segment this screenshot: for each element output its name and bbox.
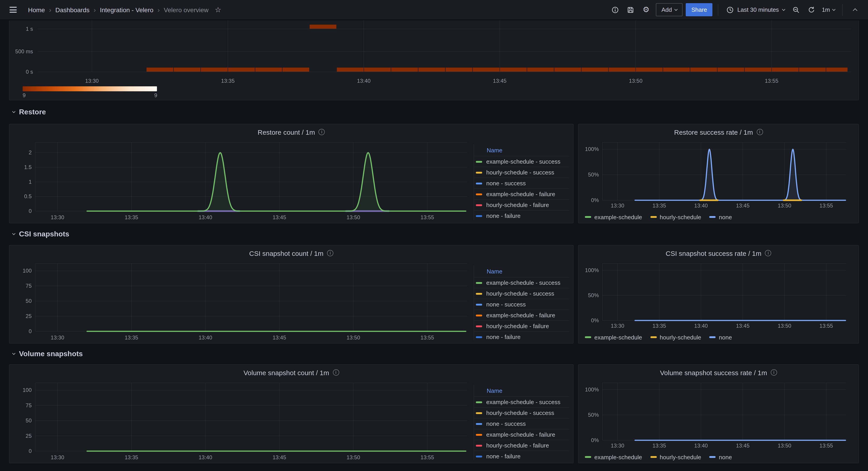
svg-text:13:35: 13:35 <box>125 335 138 341</box>
legend-item[interactable]: hourly-schedule <box>650 334 701 341</box>
svg-text:13:50: 13:50 <box>778 323 791 329</box>
legend-row[interactable]: none - failure <box>474 331 569 342</box>
section-header-restore[interactable]: Restore <box>9 100 859 124</box>
legend-header-name[interactable]: Name <box>474 144 569 156</box>
legend-row[interactable]: example-schedule - failure <box>474 189 569 199</box>
legend-row[interactable]: example-schedule - failure <box>474 310 569 321</box>
volume-rate-chart[interactable]: 13:3013:3513:4013:4513:5013:550%50%100% <box>579 380 859 451</box>
legend-item[interactable]: example-schedule <box>585 213 642 221</box>
legend-row[interactable]: hourly-schedule - success <box>474 167 569 178</box>
hamburger-icon <box>9 7 17 13</box>
section-header-csi-snapshots[interactable]: CSI snapshots <box>9 223 859 245</box>
series-pill <box>710 456 716 458</box>
panel-title[interactable]: CSI snapshot count / 1m <box>249 249 323 257</box>
legend-item[interactable]: none <box>710 453 732 460</box>
breadcrumb: Home › Dashboards › Integration - Velero… <box>28 6 209 13</box>
svg-text:13:55: 13:55 <box>819 202 833 209</box>
legend-row[interactable]: hourly-schedule - failure <box>474 440 569 451</box>
legend-row[interactable]: hourly-schedule - success <box>474 407 569 418</box>
legend-row[interactable]: example-schedule - success <box>474 396 569 407</box>
heatmap-scale-min: 9 <box>23 92 26 99</box>
star-icon: ☆ <box>215 5 221 14</box>
volume-count-chart[interactable]: 13:3013:3513:4013:4513:5013:550255075100 <box>9 380 473 463</box>
legend-item[interactable]: none <box>710 213 732 221</box>
svg-text:13:55: 13:55 <box>421 214 434 221</box>
legend-row[interactable]: none - success <box>474 418 569 429</box>
legend-item[interactable]: example-schedule <box>585 334 642 341</box>
legend-row[interactable]: none - success <box>474 178 569 189</box>
section-header-volume-snapshots[interactable]: Volume snapshots <box>9 343 859 364</box>
restore-rate-chart[interactable]: 13:3013:3513:4013:4513:5013:550%50%100% <box>579 140 859 211</box>
series-pill <box>476 456 482 457</box>
svg-text:25: 25 <box>26 313 32 319</box>
info-icon[interactable]: i <box>771 369 777 376</box>
add-button[interactable]: Add <box>656 3 683 16</box>
legend-row[interactable]: example-schedule - failure <box>474 429 569 440</box>
panel-title[interactable]: Restore count / 1m <box>257 128 315 136</box>
panel-title[interactable]: Restore success rate / 1m <box>674 128 753 136</box>
panel-title[interactable]: CSI snapshot success rate / 1m <box>665 249 762 257</box>
info-icon[interactable]: i <box>756 129 763 135</box>
legend-row[interactable]: none - failure <box>474 210 569 221</box>
legend-row[interactable]: hourly-schedule - failure <box>474 321 569 331</box>
legend-row[interactable]: example-schedule - success <box>474 156 569 167</box>
info-icon[interactable]: i <box>327 250 333 256</box>
svg-text:1: 1 <box>29 179 32 185</box>
legend-header-name[interactable]: Name <box>474 385 569 396</box>
legend-row[interactable]: hourly-schedule - success <box>474 288 569 299</box>
legend-header-name[interactable]: Name <box>474 265 569 277</box>
menu-toggle-button[interactable] <box>6 3 20 16</box>
svg-text:13:45: 13:45 <box>736 323 749 329</box>
csi-rate-chart[interactable]: 13:3013:3513:4013:4513:5013:550%50%100% <box>579 261 859 331</box>
panel-title[interactable]: Volume snapshot success rate / 1m <box>660 369 767 376</box>
series-pill <box>585 456 591 458</box>
legend: example-schedule hourly-schedule none <box>579 211 859 223</box>
svg-text:0: 0 <box>29 448 32 454</box>
breadcrumb-folder[interactable]: Integration - Velero <box>100 6 154 13</box>
legend-item[interactable]: none <box>710 334 732 341</box>
legend-row[interactable]: example-schedule - success <box>474 277 569 288</box>
collapse-nav-button[interactable] <box>848 3 862 16</box>
legend-item[interactable]: hourly-schedule <box>650 213 701 221</box>
heatmap-gradient <box>23 86 157 91</box>
svg-text:13:35: 13:35 <box>652 202 666 209</box>
dashboard-canvas: 13:3013:3513:4013:4513:5013:551 s500 ms0… <box>0 20 868 463</box>
svg-text:13:30: 13:30 <box>611 202 624 209</box>
legend-item[interactable]: example-schedule <box>585 453 642 460</box>
time-range-picker[interactable]: Last 30 minutes <box>724 3 787 16</box>
chevron-up-icon <box>852 8 857 13</box>
zoom-out-button[interactable] <box>789 3 803 16</box>
svg-text:13:50: 13:50 <box>778 442 791 449</box>
dashboard-info-button[interactable] <box>609 3 622 16</box>
svg-text:13:55: 13:55 <box>765 78 778 84</box>
add-button-label: Add <box>661 6 672 13</box>
info-icon[interactable]: i <box>319 129 325 135</box>
series-pill <box>476 444 482 446</box>
breadcrumb-home[interactable]: Home <box>28 6 45 13</box>
svg-text:13:40: 13:40 <box>198 335 212 341</box>
info-icon[interactable]: i <box>333 369 339 376</box>
panel-title[interactable]: Volume snapshot count / 1m <box>244 369 329 376</box>
legend: example-schedule hourly-schedule none <box>579 451 859 463</box>
panel-restore-success-rate: Restore success rate / 1m i 13:3013:3513… <box>578 124 859 223</box>
legend-row[interactable]: hourly-schedule - failure <box>474 199 569 210</box>
favorite-button[interactable]: ☆ <box>209 3 222 16</box>
refresh-button[interactable] <box>805 3 818 16</box>
chevron-down-icon <box>675 7 678 11</box>
breadcrumb-dashboards[interactable]: Dashboards <box>55 6 90 13</box>
restore-count-chart[interactable]: 13:3013:3513:4013:4513:5013:5500.511.52 <box>9 140 473 223</box>
csi-count-chart[interactable]: 13:3013:3513:4013:4513:5013:550255075100 <box>9 261 473 343</box>
save-dashboard-button[interactable] <box>624 3 638 16</box>
refresh-interval-dropdown[interactable]: 1m <box>820 3 837 16</box>
chevron-right-icon: › <box>49 6 51 13</box>
legend-item[interactable]: hourly-schedule <box>650 453 701 460</box>
svg-text:0.5: 0.5 <box>24 193 32 199</box>
legend-row[interactable]: none - failure <box>474 451 569 462</box>
series-pill <box>476 215 482 217</box>
legend-row[interactable]: none - success <box>474 299 569 310</box>
svg-text:50%: 50% <box>588 412 599 418</box>
share-button[interactable]: Share <box>686 3 712 16</box>
dashboard-settings-button[interactable]: ⚙ <box>639 3 653 16</box>
series-pill <box>585 336 591 338</box>
info-icon[interactable]: i <box>765 250 771 256</box>
